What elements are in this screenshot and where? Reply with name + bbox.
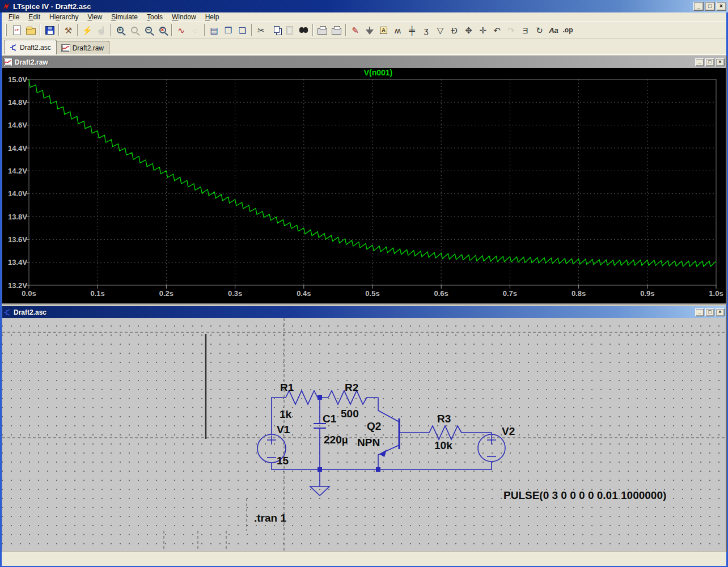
label-v1-name[interactable]: V1	[277, 424, 290, 435]
schematic-drawing[interactable]: R1 1k V1 15 C1 220µ R2 500 Q2 NPN R3 10k…	[2, 318, 726, 551]
label-tran-directive[interactable]: .tran 1	[254, 512, 286, 524]
label-net-icon[interactable]: A	[376, 23, 391, 37]
x-axis-tick-label: 0.6s	[434, 289, 448, 298]
new-schematic-icon[interactable]: LT	[10, 23, 24, 37]
label-r3-name[interactable]: R3	[437, 413, 451, 425]
menu-window[interactable]: Window	[167, 12, 201, 22]
waveform-close-button[interactable]: ×	[716, 58, 725, 66]
text-icon[interactable]: Aa	[547, 23, 561, 37]
toolbar-separator	[312, 24, 314, 36]
menu-edit[interactable]: Edit	[24, 12, 45, 22]
plot-settings-icon[interactable]: ∿	[174, 23, 188, 37]
label-r2-value[interactable]: 500	[341, 408, 359, 420]
mirror-icon[interactable]: Ǝ	[518, 23, 532, 37]
label-r1-value[interactable]: 1k	[280, 408, 292, 420]
plot-ticks	[26, 79, 716, 289]
component-icon[interactable]: Ð	[447, 23, 462, 37]
zoom-full-extents-icon[interactable]: ×	[155, 23, 170, 37]
run-icon[interactable]: ⚡	[80, 23, 94, 37]
drag-icon[interactable]: ✛	[476, 23, 490, 37]
component-q2[interactable]	[378, 397, 429, 469]
inductor-icon[interactable]: ʒ	[419, 23, 433, 37]
y-axis-tick-label: 14.4V	[8, 144, 27, 153]
control-panel-icon[interactable]: ⚒	[61, 23, 75, 37]
component-v2[interactable]	[478, 434, 505, 462]
wire-icon[interactable]: ✎	[348, 23, 362, 37]
waveform-minimize-button[interactable]: _	[695, 58, 704, 66]
label-v2-value[interactable]: PULSE(0 3 0 0 0 0 0.01 1000000)	[503, 489, 666, 501]
label-v2-name[interactable]: V2	[502, 425, 515, 437]
waveform-maximize-button[interactable]: □	[705, 58, 714, 66]
app-minimize-button[interactable]: _	[693, 2, 704, 11]
waveform-plot[interactable]: 15.0V14.8V14.6V14.4V14.2V14.0V13.8V13.6V…	[2, 68, 726, 303]
tile-horizontal-icon[interactable]: ▤	[207, 23, 221, 37]
app-maximize-button[interactable]: □	[705, 2, 715, 11]
editor-guide-lines	[2, 318, 726, 551]
menu-bar: FileEditHierarchyViewSimulateToolsWindow…	[2, 12, 726, 22]
redo-icon: ↷	[504, 23, 518, 37]
app-titlebar[interactable]: LTspice IV - Draft2.asc _ □ ×	[0, 0, 728, 12]
trace-label[interactable]: V(n001)	[364, 68, 393, 77]
menu-tools[interactable]: Tools	[142, 12, 167, 22]
open-icon[interactable]	[24, 23, 38, 37]
label-c1-value[interactable]: 220µ	[324, 434, 348, 446]
label-r1-name[interactable]: R1	[280, 382, 294, 393]
label-v1-value[interactable]: 15	[277, 455, 289, 467]
tab-label: Draft2.asc	[20, 44, 51, 52]
cut-icon[interactable]: ✂	[254, 23, 268, 37]
schematic-window-titlebar[interactable]: Draft2.asc _ □ ×	[2, 306, 726, 318]
menu-file[interactable]: File	[4, 12, 24, 22]
schematic-close-button[interactable]: ×	[716, 308, 725, 316]
zoom-out-icon[interactable]: −	[141, 23, 155, 37]
resistor-icon[interactable]: ʍ	[391, 23, 405, 37]
schematic-tab-icon	[10, 44, 18, 52]
save-icon[interactable]	[43, 23, 57, 37]
undo-icon[interactable]: ↶	[490, 23, 504, 37]
y-axis-tick-label: 13.6V	[8, 235, 27, 244]
component-r3[interactable]	[429, 426, 462, 439]
app-close-button[interactable]: ×	[716, 2, 726, 11]
menu-hierarchy[interactable]: Hierarchy	[45, 12, 83, 22]
cascade-windows-icon[interactable]: ❏	[235, 23, 249, 37]
move-icon[interactable]: ✥	[462, 23, 476, 37]
waveform-plot-area[interactable]: 15.0V14.8V14.6V14.4V14.2V14.0V13.8V13.6V…	[2, 68, 726, 303]
menu-help[interactable]: Help	[201, 12, 224, 22]
diode-icon[interactable]: ▽	[433, 23, 447, 37]
x-axis-tick-label: 0.4s	[297, 289, 311, 298]
ground-icon[interactable]	[362, 23, 376, 37]
ground-symbol[interactable]	[310, 486, 329, 496]
x-axis-tick-label: 0.1s	[91, 289, 105, 298]
schematic-minimize-button[interactable]: _	[695, 308, 704, 316]
label-q2-value[interactable]: NPN	[357, 437, 380, 448]
schematic-maximize-button[interactable]: □	[705, 308, 714, 316]
y-axis-tick-label: 13.2V	[8, 281, 27, 290]
wires[interactable]	[272, 397, 492, 486]
toolbar-gripper	[5, 24, 7, 36]
tab-draft2-raw[interactable]: Draft2.raw	[56, 41, 109, 54]
spice-directive-icon[interactable]: .op	[561, 23, 575, 37]
label-r3-value[interactable]: 10k	[434, 439, 452, 451]
menu-view[interactable]: View	[83, 12, 107, 22]
print-preview-icon[interactable]	[315, 23, 329, 37]
wire	[462, 433, 492, 434]
x-axis-tick-label: 0.2s	[159, 289, 173, 298]
rotate-icon[interactable]: ↻	[532, 23, 547, 37]
find-icon[interactable]	[297, 23, 311, 37]
tab-draft2-asc[interactable]: Draft2.asc	[4, 40, 57, 54]
capacitor-icon[interactable]: ╪	[405, 23, 419, 37]
zoom-in-icon[interactable]: +	[113, 23, 127, 37]
label-c1-name[interactable]: C1	[323, 413, 337, 425]
schematic-canvas[interactable]: R1 1k V1 15 C1 220µ R2 500 Q2 NPN R3 10k…	[2, 318, 726, 551]
waveform-window-titlebar[interactable]: Draft2.raw _ □ ×	[2, 56, 726, 68]
zoom-back-icon	[127, 23, 141, 37]
plot-axis-labels: 15.0V14.8V14.6V14.4V14.2V14.0V13.8V13.6V…	[8, 75, 723, 298]
app-title: LTspice IV - Draft2.asc	[13, 2, 693, 11]
label-r2-name[interactable]: R2	[345, 382, 358, 393]
toolbar-separator	[58, 24, 60, 36]
copy-icon[interactable]	[268, 23, 282, 37]
label-q2-name[interactable]: Q2	[367, 420, 381, 432]
menu-simulate[interactable]: Simulate	[107, 12, 142, 22]
print-icon[interactable]	[329, 23, 344, 37]
toolbar-separator	[345, 24, 346, 36]
tile-vertical-icon[interactable]: ❐	[221, 23, 235, 37]
